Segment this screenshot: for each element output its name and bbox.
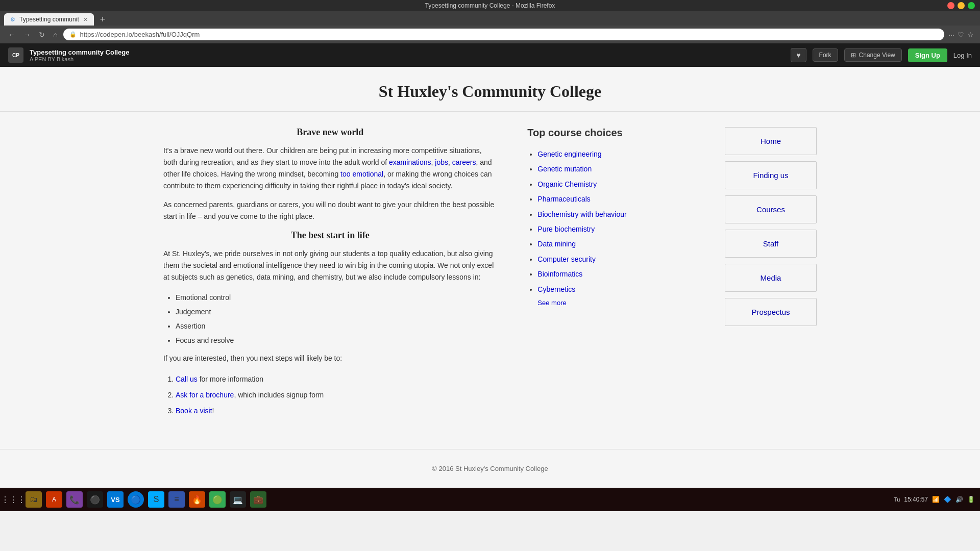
course-item: Pharmaceuticals [537,192,694,207]
nav-btn-staff[interactable]: Staff [725,230,817,258]
course-item: Organic Chemistry [537,177,694,192]
link-careers[interactable]: careers [452,158,476,166]
taskbar-icon-8[interactable]: 🔥 [189,491,205,508]
link-examinations[interactable]: examinations [389,158,431,166]
browser-tab[interactable]: ⚙ Typesetting communit ✕ [4,13,94,26]
course-link-pharmaceuticals[interactable]: Pharmaceuticals [537,195,591,203]
refresh-btn[interactable]: ↻ [37,30,47,40]
heading-brave-new-world: Brave new world [163,127,497,138]
change-view-btn[interactable]: ⊞ Change View [844,48,902,62]
step-book-visit: Book a visit! [176,403,497,419]
para-best-start: At St. Huxley's, we pride ourselves in n… [163,248,497,283]
next-steps-intro: If you are interested, then you next ste… [163,353,497,364]
nav-btn-media[interactable]: Media [725,264,817,292]
window-controls [947,2,975,9]
browser-title: Typesetting community College - Mozilla … [425,2,555,9]
taskbar-right: Tu 15:40:57 📶 🔷 🔊 🔋 [894,496,975,503]
wifi-icon: 📶 [932,496,940,503]
course-link-genetic-mutation[interactable]: Genetic mutation [537,165,592,173]
course-item: Genetic engineering [537,147,694,162]
taskbar-time: 15:40:57 [904,496,928,503]
course-link-biochemistry[interactable]: Biochemistry with behaviour [537,210,626,218]
win-close-btn[interactable] [947,2,954,9]
courses-list: Genetic engineering Genetic mutation Org… [537,147,694,297]
course-item: Pure biochemistry [537,222,694,237]
home-btn[interactable]: ⌂ [51,30,59,40]
tab-favicon: ⚙ [10,16,15,23]
course-item: Bioinformatics [537,267,694,282]
login-btn[interactable]: Log In [953,52,972,59]
taskbar: ⋮⋮⋮ 🗂 A 📞 ⚫ VS 🔵 S ≡ 🔥 🟢 💻 💼 Tu 15:40:57… [0,488,980,511]
course-link-genetic-engineering[interactable]: Genetic engineering [537,150,601,158]
taskbar-icon-1[interactable]: A [46,491,62,508]
right-column-nav: Home Finding us Courses Staff Media Pros… [725,127,817,423]
nav-btn-finding-us[interactable]: Finding us [725,161,817,189]
nav-btn-home[interactable]: Home [725,127,817,155]
taskbar-icon-10[interactable]: 💻 [230,491,246,508]
codepen-toolbar: CP Typesetting community College A PEN B… [0,43,980,67]
link-book-visit[interactable]: Book a visit [176,407,212,415]
course-link-data-mining[interactable]: Data mining [537,240,576,248]
taskbar-icon-11[interactable]: 💼 [250,491,266,508]
taskbar-icon-3[interactable]: ⚫ [87,491,103,508]
reader-btn[interactable]: ♡ [958,31,964,39]
see-more-link[interactable]: See more [537,299,566,307]
url-text: https://codepen.io/beekash/full/OJJqQrm [80,31,938,38]
fork-btn[interactable]: Fork [813,48,838,62]
taskbar-icon-4[interactable]: VS [107,491,124,508]
taskbar-icon-2[interactable]: 📞 [66,491,83,508]
close-tab-btn[interactable]: ✕ [83,16,88,23]
middle-column: Top course choices Genetic engineering G… [527,127,694,423]
course-link-organic-chemistry[interactable]: Organic Chemistry [537,180,597,188]
pen-title: Typesetting community College [30,48,130,56]
volume-icon: 🔊 [955,496,963,503]
course-item: Computer security [537,252,694,267]
para-concerned-parents: As concerned parents, guardians or carer… [163,199,497,222]
heart-btn[interactable]: ♥ [791,48,806,62]
back-btn[interactable]: ← [6,30,17,40]
win-min-btn[interactable] [958,2,965,9]
forward-btn[interactable]: → [21,30,33,40]
nav-btn-prospectus[interactable]: Prospectus [725,298,817,326]
webpage: St Huxley's Community College Brave new … [0,67,980,488]
bookmark-btn[interactable]: ☆ [967,31,974,39]
course-item: Biochemistry with behaviour [537,207,694,222]
course-link-pure-biochemistry[interactable]: Pure biochemistry [537,225,595,233]
pen-author-label: A PEN BY [30,56,55,62]
content-area: Brave new world It's a brave new world o… [133,112,847,439]
battery-icon: 🔋 [967,496,975,503]
course-link-bioinformatics[interactable]: Bioinformatics [537,270,582,278]
taskbar-apps-btn[interactable]: ⋮⋮⋮ [5,491,21,508]
next-steps-list: Call us for more information Ask for a b… [176,371,497,418]
taskbar-icon-6[interactable]: S [148,491,164,508]
course-link-computer-security[interactable]: Computer security [537,255,596,263]
course-item: Data mining [537,237,694,252]
link-call-us[interactable]: Call us [176,375,198,383]
list-item-emotional: Emotional control [176,290,497,305]
signup-btn[interactable]: Sign Up [908,48,947,62]
win-max-btn[interactable] [968,2,975,9]
taskbar-icon-5[interactable]: 🔵 [128,491,144,508]
link-brochure[interactable]: Ask for a brochure [176,391,234,399]
address-bar: ← → ↻ ⌂ 🔒 https://codepen.io/beekash/ful… [0,26,980,43]
compulsory-lessons-list: Emotional control Judgement Assertion Fo… [176,290,497,347]
lock-icon: 🔒 [69,31,77,38]
pen-author: A PEN BY Bikash [30,56,130,62]
nav-btn-courses[interactable]: Courses [725,195,817,223]
page-title: St Huxley's Community College [10,82,970,101]
course-link-cybernetics[interactable]: Cybernetics [537,285,575,293]
link-too-emotional[interactable]: too emotional [340,170,383,178]
more-btn[interactable]: ··· [948,31,954,39]
taskbar-files-btn[interactable]: 🗂 [26,491,42,508]
pen-info: Typesetting community College A PEN BY B… [30,48,130,62]
keyboard-indicator: Tu [894,496,900,503]
codepen-logo: CP [8,47,23,63]
address-bar-right: ··· ♡ ☆ [948,31,974,39]
new-tab-btn[interactable]: + [96,14,110,25]
taskbar-icon-7[interactable]: ≡ [168,491,185,508]
page-footer: © 2016 St Huxley's Community College [0,449,980,488]
taskbar-icon-9[interactable]: 🟢 [209,491,226,508]
url-box[interactable]: 🔒 https://codepen.io/beekash/full/OJJqQr… [63,29,944,40]
link-jobs[interactable]: jobs [435,158,448,166]
para-brave-world: It's a brave new world out there. Our ch… [163,145,497,192]
